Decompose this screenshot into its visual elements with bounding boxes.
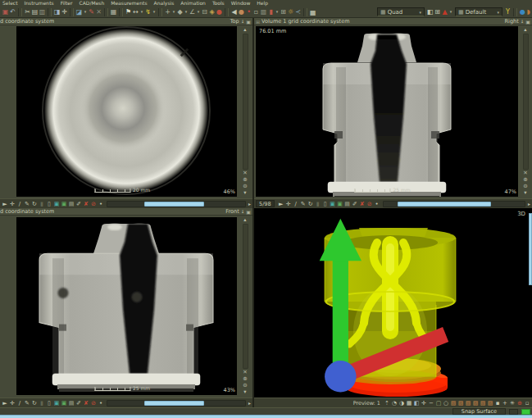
lightning-dropdown-icon[interactable]: ▾ bbox=[152, 7, 157, 17]
teal-swatch-icon[interactable]: ▣ bbox=[330, 199, 336, 209]
menu-select[interactable]: Select bbox=[2, 0, 18, 7]
scroll-right-icon[interactable]: ▸ bbox=[248, 201, 251, 207]
light-rect-icon[interactable]: ▯ bbox=[46, 398, 52, 408]
more-icon[interactable]: • bbox=[98, 398, 104, 408]
quality-quarter-icon[interactable]: ◔ bbox=[391, 398, 398, 408]
edit-icon[interactable]: ✐ bbox=[75, 398, 82, 408]
orientation-label[interactable]: Right bbox=[505, 18, 519, 25]
gray-swatch-icon[interactable]: ▤ bbox=[68, 398, 75, 408]
orientation-arrow-icon[interactable]: ↓ bbox=[241, 18, 245, 25]
green-swatch-icon[interactable]: ▣ bbox=[61, 398, 67, 408]
caliper-icon[interactable]: ⊟ bbox=[201, 7, 208, 17]
delete-icon[interactable]: ✕ bbox=[95, 7, 102, 17]
zoom-out-icon[interactable]: ⊖ bbox=[243, 184, 247, 189]
rotate-icon[interactable]: ↻ bbox=[31, 199, 38, 209]
thermometer-icon[interactable]: ▮ bbox=[267, 7, 275, 17]
red-x-icon[interactable]: ✘ bbox=[83, 398, 89, 408]
pan-icon[interactable]: ✛ bbox=[9, 398, 16, 408]
orientation-arrow-icon[interactable]: ↓ bbox=[241, 208, 245, 216]
gray-swatch-icon[interactable]: ▤ bbox=[344, 199, 351, 209]
zoom-in-icon[interactable]: ⊕ bbox=[523, 177, 527, 183]
zoom-in-icon[interactable]: ⊕ bbox=[243, 177, 247, 183]
scroll-right-icon[interactable]: ▸ bbox=[248, 400, 251, 406]
lightning-icon[interactable]: ↯ bbox=[144, 7, 152, 17]
red-x-icon[interactable]: ✘ bbox=[83, 199, 89, 209]
horizontal-scrollbar[interactable] bbox=[107, 201, 246, 207]
cut-icon[interactable]: ✂ bbox=[24, 7, 31, 17]
scroll-up-icon[interactable]: ▴ bbox=[524, 27, 526, 33]
no-entry-icon[interactable]: ⊘ bbox=[366, 199, 373, 209]
seed-point-icon[interactable]: • bbox=[245, 7, 252, 17]
render-mode-5-icon[interactable]: ▧ bbox=[480, 398, 486, 408]
point-tool-icon[interactable]: + bbox=[164, 7, 171, 17]
render-3d-canvas[interactable]: 3D bbox=[254, 208, 532, 398]
menu-measurements[interactable]: Measurements bbox=[111, 0, 147, 7]
teal-swatch-icon[interactable]: ▣ bbox=[53, 398, 60, 408]
horizontal-scrollbar[interactable] bbox=[107, 400, 246, 407]
viewport-menu-icon[interactable]: ▣ bbox=[246, 208, 251, 216]
pointer-icon[interactable]: ► bbox=[278, 199, 284, 209]
slice-canvas-right[interactable]: 76.01 mm 25 mm 47% bbox=[256, 26, 518, 197]
grid-small-icon[interactable]: ▩ bbox=[260, 7, 267, 17]
dark-rect-icon[interactable]: ▮ bbox=[39, 199, 45, 209]
vertical-scrollbar-track[interactable] bbox=[243, 34, 248, 170]
sun-icon[interactable]: ☼ bbox=[287, 7, 294, 17]
add-icon[interactable]: ✛ bbox=[421, 398, 427, 408]
close-icon[interactable]: ✕ bbox=[243, 370, 247, 375]
line-tool-icon[interactable]: ∕ bbox=[293, 199, 299, 209]
rotate-icon[interactable]: ↻ bbox=[307, 199, 314, 209]
zoom-out-icon[interactable]: ⊖ bbox=[523, 184, 527, 189]
vertical-scrollbar[interactable]: ▴ ✕ ⊕ ⊖ ▾ bbox=[238, 26, 252, 197]
scroll-down-icon[interactable]: ▾ bbox=[243, 190, 246, 196]
dark-rect-icon[interactable]: ▮ bbox=[315, 199, 321, 209]
snap-icon[interactable]: ◈ bbox=[208, 7, 216, 17]
sphere-outline-icon[interactable]: ○ bbox=[443, 398, 449, 408]
new-view-icon[interactable]: ⊞ bbox=[434, 7, 441, 17]
scroll-down-icon[interactable]: ▾ bbox=[243, 389, 246, 395]
red-x-icon[interactable]: ✘ bbox=[359, 199, 366, 209]
draw-roi-icon[interactable]: ✎ bbox=[88, 7, 95, 17]
vertical-scrollbar[interactable]: ▴ ✕ ⊕ ⊖ ▾ bbox=[238, 216, 252, 396]
zoom-in-icon[interactable]: ⊕ bbox=[243, 376, 247, 382]
distance-icon[interactable]: ↔ bbox=[132, 7, 139, 17]
checker-icon[interactable]: ⊞ bbox=[280, 7, 287, 17]
pointer-icon[interactable]: ► bbox=[2, 199, 8, 209]
orientation-label[interactable]: Top bbox=[230, 18, 239, 25]
menu-tools[interactable]: Tools bbox=[212, 0, 225, 7]
horizontal-scrollbar-thumb[interactable] bbox=[144, 202, 203, 207]
grid-icon[interactable]: ▦ bbox=[406, 398, 412, 408]
slice-canvas-top[interactable]: 20 mm 46% bbox=[16, 26, 237, 197]
line-tool-icon[interactable]: ∕ bbox=[16, 398, 23, 408]
vertical-scrollbar[interactable]: ▴ ✕ ⊕ ⊖ ▾ bbox=[519, 26, 532, 197]
menu-animation[interactable]: Animation bbox=[180, 0, 206, 7]
light-rect-icon[interactable]: ▯ bbox=[46, 199, 52, 209]
pencil-icon[interactable]: ✎ bbox=[24, 398, 30, 408]
remove-icon[interactable]: − bbox=[428, 398, 434, 408]
slice-canvas-front[interactable]: 25 mm 43% bbox=[16, 217, 237, 395]
edit-icon[interactable]: ✐ bbox=[352, 199, 358, 209]
green-swatch-icon[interactable]: ▣ bbox=[337, 199, 343, 209]
add-object-icon[interactable]: ✛ bbox=[61, 7, 68, 17]
paste-icon[interactable]: ▥ bbox=[39, 7, 46, 17]
more-icon[interactable]: • bbox=[98, 199, 104, 209]
help-icon[interactable]: ● bbox=[519, 7, 526, 17]
no-entry-icon[interactable]: ⊘ bbox=[90, 199, 97, 209]
pencil-icon[interactable]: ✎ bbox=[300, 199, 307, 209]
gray-swatch-icon[interactable]: ▤ bbox=[68, 199, 75, 209]
right-scrollbar-thumb[interactable] bbox=[529, 213, 532, 285]
render-mode-1-icon[interactable]: ▧ bbox=[450, 398, 457, 408]
no-entry-icon[interactable]: ⊘ bbox=[90, 398, 97, 408]
line-tool-icon[interactable]: ∕ bbox=[16, 199, 23, 209]
snap-surface-button[interactable]: Snap Surface bbox=[452, 408, 506, 415]
warning-icon[interactable]: ▲ bbox=[441, 7, 448, 17]
edit-icon[interactable]: ✐ bbox=[75, 199, 82, 209]
bottom-scrollbar[interactable] bbox=[0, 415, 532, 418]
orientation-arrow-icon[interactable]: ↓ bbox=[521, 18, 525, 25]
warning-dropdown-icon[interactable]: ▾ bbox=[448, 7, 453, 17]
render-mode-2-icon[interactable]: ▨ bbox=[457, 398, 464, 408]
green-swatch-icon[interactable]: ▣ bbox=[61, 199, 67, 209]
menu-help[interactable]: Help bbox=[257, 0, 268, 7]
viewport-menu-icon[interactable]: ▣ bbox=[246, 18, 251, 25]
pan-icon[interactable]: ✛ bbox=[9, 199, 16, 209]
orientation-label[interactable]: Front bbox=[225, 208, 239, 216]
